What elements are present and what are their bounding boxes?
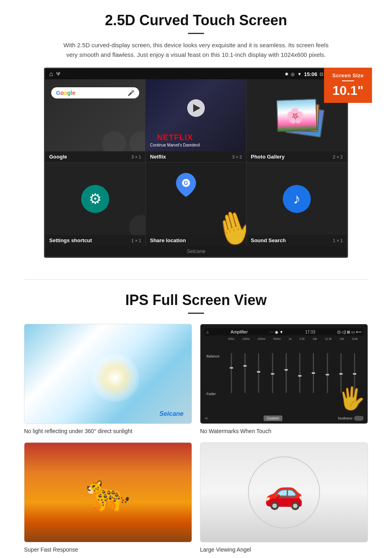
amp-loudness-label: loudness bbox=[338, 416, 352, 420]
usb-icon: Ψ bbox=[56, 71, 60, 77]
amplifier-image-box: ⌂ Amplifier ⋯ ◉ ▼ 17:33 ⊡ ◁) ⊠ ▭ ⟵ Balan… bbox=[200, 324, 368, 424]
badge-line bbox=[342, 80, 354, 81]
netflix-app-inner: NETFLIX Continue Marvel's Daredevil bbox=[146, 79, 246, 151]
cheetah-image: 🐆 bbox=[24, 443, 192, 542]
netflix-app-cell[interactable]: NETFLIX Continue Marvel's Daredevil Netf… bbox=[146, 79, 246, 162]
sunlight-caption: No light reflecting under 360° direct su… bbox=[24, 428, 192, 434]
seicane-brand-watermark: Seicane bbox=[160, 410, 184, 417]
eq-bar-7[interactable] bbox=[313, 353, 314, 393]
amp-loudness-toggle[interactable] bbox=[354, 416, 364, 421]
eq-bar-8[interactable] bbox=[327, 353, 328, 393]
app-grid: Google 🎤 Google 3 × 1 bbox=[45, 79, 347, 246]
sun-glow bbox=[91, 354, 139, 402]
sound-search-cell[interactable]: ♪ Sound Search 1 × 1 bbox=[247, 163, 347, 246]
share-app-name: Share location bbox=[150, 237, 186, 243]
play-triangle-icon bbox=[193, 104, 200, 112]
google-app-size: 3 × 1 bbox=[131, 155, 141, 159]
wifi-icon: ▼ bbox=[297, 72, 302, 76]
amp-label-fader: Fader bbox=[206, 392, 222, 396]
sunlight-image-box: Seicane bbox=[24, 324, 192, 424]
status-bar: ⌂ Ψ ✱ ◎ ▼ 15:06 ⊡ ◁) ⊠ ▭ bbox=[45, 69, 347, 79]
eq-label-12k5: 12.5k bbox=[325, 337, 332, 340]
gear-icon: ⚙ bbox=[89, 191, 102, 207]
amp-nav-left: ≪ bbox=[204, 416, 208, 420]
google-label-row: Google 3 × 1 bbox=[45, 151, 145, 162]
cheetah-image-box: 🐆 bbox=[24, 442, 192, 542]
amp-right-icons: ⊡ ◁) ⊠ ▭ ⟵ bbox=[337, 330, 362, 334]
netflix-logo: NETFLIX bbox=[150, 133, 200, 142]
amp-icons: ⋯ ◉ ▼ bbox=[270, 330, 283, 334]
google-logo: Google bbox=[56, 90, 75, 96]
bluetooth-icon: ✱ bbox=[285, 72, 288, 77]
eq-bar-1[interactable] bbox=[231, 353, 232, 393]
ips-item-car: 🚗 Large Viewing Angel bbox=[200, 442, 368, 553]
android-screen: ⌂ Ψ ✱ ◎ ▼ 15:06 ⊡ ◁) ⊠ ▭ bbox=[44, 68, 348, 258]
eq-bar-5[interactable] bbox=[286, 353, 287, 393]
gallery-app-size: 2 × 2 bbox=[333, 155, 343, 159]
section1-description: With 2.5D curved-display screen, this de… bbox=[60, 40, 332, 60]
section2-title: IPS Full Screen View bbox=[24, 292, 368, 309]
amp-time: 17:33 bbox=[305, 330, 315, 334]
netflix-app-name: Netflix bbox=[150, 154, 166, 160]
screen-size-badge: Screen Size 10.1" bbox=[324, 68, 372, 103]
eq-bar-2[interactable] bbox=[244, 353, 246, 393]
share-location-cell[interactable]: G 🤚 Share location 1 × 1 bbox=[146, 163, 246, 246]
amp-footer: ≪ Custom loudness bbox=[204, 415, 364, 421]
sound-search-inner: ♪ bbox=[247, 163, 347, 235]
svg-text:G: G bbox=[184, 180, 188, 186]
eq-bar-6[interactable] bbox=[299, 353, 300, 393]
car-circle bbox=[248, 456, 320, 528]
mic-icon[interactable]: 🎤 bbox=[128, 90, 134, 96]
badge-size: 10.1" bbox=[328, 83, 368, 98]
google-app-cell[interactable]: Google 🎤 Google 3 × 1 bbox=[45, 79, 145, 162]
sound-app-size: 1 × 1 bbox=[333, 238, 343, 243]
netflix-app-size: 3 × 2 bbox=[232, 155, 242, 159]
device-container: Screen Size 10.1" ⌂ Ψ ✱ ◎ ▼ 15:06 ⊡ ◁) bbox=[44, 68, 348, 258]
cheetah-caption: Super Fast Response bbox=[24, 546, 192, 553]
car-image: 🚗 bbox=[200, 443, 368, 542]
amp-title: Amplifier bbox=[231, 329, 248, 334]
camera-icon: ⊡ bbox=[320, 72, 323, 77]
settings-app-inner: ⚙ bbox=[45, 163, 145, 235]
eq-bar-3[interactable] bbox=[258, 353, 259, 393]
amp-header: ⌂ Amplifier ⋯ ◉ ▼ 17:33 ⊡ ◁) ⊠ ▭ ⟵ bbox=[204, 328, 364, 335]
settings-app-size: 1 × 1 bbox=[131, 238, 141, 243]
eq-label-15k: 15k bbox=[340, 337, 344, 340]
eq-label-60hz: 60hz bbox=[228, 337, 234, 340]
settings-label-row: Settings shortcut 1 × 1 bbox=[45, 235, 145, 246]
netflix-overlay: NETFLIX Continue Marvel's Daredevil bbox=[150, 133, 200, 147]
status-bar-left: ⌂ Ψ bbox=[49, 70, 60, 78]
ips-item-amplifier: ⌂ Amplifier ⋯ ◉ ▼ 17:33 ⊡ ◁) ⊠ ▭ ⟵ Balan… bbox=[200, 324, 368, 434]
amp-hand-icon: 🖐 bbox=[338, 385, 366, 411]
car-image-box: 🚗 bbox=[200, 442, 368, 542]
settings-app-cell[interactable]: ⚙ Settings shortcut 1 × 1 bbox=[45, 163, 145, 246]
seicane-watermark: Seicane bbox=[45, 246, 347, 257]
netflix-play-btn[interactable] bbox=[187, 99, 205, 117]
amp-custom-button[interactable]: Custom bbox=[264, 415, 282, 421]
title-underline bbox=[188, 33, 204, 34]
car-caption: Large Viewing Angel bbox=[200, 546, 368, 553]
home-icon[interactable]: ⌂ bbox=[49, 70, 53, 78]
section2-underline bbox=[188, 313, 204, 314]
ghost-circles bbox=[102, 131, 145, 151]
section-curved-screen: 2.5D Curved Touch Screen With 2.5D curve… bbox=[0, 0, 392, 267]
maps-pin-icon: G bbox=[174, 171, 198, 199]
google-search-bar[interactable]: Google 🎤 bbox=[51, 87, 139, 98]
sound-app-name: Sound Search bbox=[251, 237, 286, 243]
eq-bar-4[interactable] bbox=[272, 353, 273, 393]
eq-label-100hz: 100hz bbox=[242, 337, 250, 340]
sound-label-row: Sound Search 1 × 1 bbox=[247, 235, 347, 246]
photo-stack: 🌸 bbox=[271, 95, 323, 135]
amplifier-image: ⌂ Amplifier ⋯ ◉ ▼ 17:33 ⊡ ◁) ⊠ ▭ ⟵ Balan… bbox=[200, 324, 368, 424]
section1-title: 2.5D Curved Touch Screen bbox=[24, 12, 368, 29]
ips-item-sunlight: Seicane No light reflecting under 360° d… bbox=[24, 324, 192, 434]
settings-ghost bbox=[129, 215, 145, 235]
eq-label-10k: 10k bbox=[312, 337, 317, 340]
sunlight-image: Seicane bbox=[24, 324, 192, 424]
badge-title: Screen Size bbox=[328, 72, 368, 78]
section-ips: IPS Full Screen View Seicane No light re… bbox=[0, 292, 392, 558]
ips-bottom-row: 🐆 Super Fast Response 🚗 Large Viewing An… bbox=[24, 442, 368, 553]
sound-icon-circle: ♪ bbox=[283, 185, 311, 213]
ips-item-cheetah: 🐆 Super Fast Response bbox=[24, 442, 192, 553]
amp-home-icon: ⌂ bbox=[206, 330, 209, 334]
